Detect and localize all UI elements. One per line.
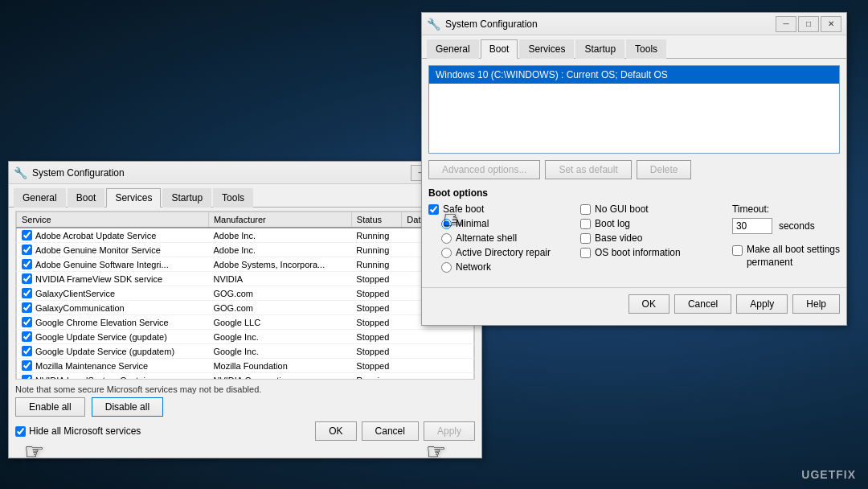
no-gui-boot-checkbox[interactable] <box>580 204 591 215</box>
table-row[interactable]: NVIDIA FrameView SDK service NVIDIA Stop… <box>17 272 474 286</box>
service-checkbox-6[interactable] <box>22 317 32 327</box>
base-video-label[interactable]: Base video <box>595 232 642 244</box>
service-checkbox-4[interactable] <box>22 288 32 298</box>
note-text: Note that some secure Microsoft services… <box>15 384 475 394</box>
services-bottom: Note that some secure Microsoft services… <box>9 380 481 444</box>
delete-button[interactable]: Delete <box>637 160 692 179</box>
services-window: 🔧 System Configuration ─ □ ✕ General Boo… <box>8 161 482 458</box>
boot-ok-button[interactable]: OK <box>628 294 669 314</box>
boot-options-right: No GUI boot Boot log Base video OS boot … <box>580 203 716 276</box>
timeout-unit: seconds <box>779 220 815 232</box>
boot-tab-general[interactable]: General <box>427 39 479 59</box>
boot-apply-button[interactable]: Apply <box>736 294 788 314</box>
service-checkbox-1[interactable] <box>22 244 32 255</box>
boot-maximize-button[interactable]: □ <box>798 16 819 32</box>
boot-tab-tools[interactable]: Tools <box>626 39 666 59</box>
boot-close-button[interactable]: ✕ <box>821 16 841 32</box>
radio-network-label[interactable]: Network <box>456 261 491 273</box>
tab-tools[interactable]: Tools <box>213 188 253 208</box>
tab-boot[interactable]: Boot <box>68 188 105 208</box>
col-status[interactable]: Status <box>351 212 402 228</box>
boot-log-checkbox[interactable] <box>580 219 591 229</box>
services-content: Service Manufacturer Status Date Disable… <box>9 208 481 380</box>
boot-window-icon: 🔧 <box>427 18 440 31</box>
boot-tab-startup[interactable]: Startup <box>575 39 624 59</box>
services-cancel-button[interactable]: Cancel <box>362 421 419 441</box>
radio-ad-label[interactable]: Active Directory repair <box>456 247 551 258</box>
table-row[interactable]: Google Update Service (gupdatem) Google … <box>17 344 474 359</box>
boot-dialog-buttons: OK Cancel Apply Help <box>422 287 846 320</box>
table-row[interactable]: Mozilla Maintenance Service Mozilla Foun… <box>17 359 474 373</box>
table-row[interactable]: Google Chrome Elevation Service Google L… <box>17 315 474 330</box>
radio-minimal-label[interactable]: Minimal <box>456 218 489 229</box>
safe-boot-label[interactable]: Safe boot <box>443 203 484 215</box>
radio-alternate-label[interactable]: Alternate shell <box>456 232 517 244</box>
enable-disable-row: Enable all Disable all <box>15 397 163 417</box>
os-buttons-row: Advanced options... Set as default Delet… <box>428 160 840 179</box>
service-checkbox-3[interactable] <box>22 273 32 284</box>
os-item[interactable]: Windows 10 (C:\WINDOWS) : Current OS; De… <box>429 66 839 84</box>
permanent-label[interactable]: Make all boot settingspermanent <box>747 244 840 269</box>
services-window-icon: 🔧 <box>14 166 27 179</box>
base-video-checkbox[interactable] <box>580 233 591 244</box>
services-title-bar: 🔧 System Configuration ─ □ ✕ <box>9 162 481 184</box>
os-list[interactable]: Windows 10 (C:\WINDOWS) : Current OS; De… <box>428 65 840 154</box>
table-row[interactable]: Google Update Service (gupdate) Google I… <box>17 330 474 344</box>
services-apply-button[interactable]: Apply <box>424 421 475 441</box>
boot-window: 🔧 System Configuration ─ □ ✕ General Boo… <box>421 12 847 326</box>
timeout-section: Timeout: seconds Make all boot settingsp… <box>732 203 840 276</box>
table-row[interactable]: Adobe Acrobat Update Service Adobe Inc. … <box>17 228 474 243</box>
boot-options-label: Boot options <box>428 187 840 199</box>
boot-minimize-button[interactable]: ─ <box>776 16 796 32</box>
boot-tabs-bar: General Boot Services Startup Tools <box>422 35 846 59</box>
radio-group: Minimal Alternate shell Active Directory… <box>441 218 564 273</box>
services-ok-button[interactable]: OK <box>315 421 356 441</box>
boot-help-button[interactable]: Help <box>792 294 840 314</box>
service-checkbox-8[interactable] <box>22 346 32 356</box>
enable-all-button[interactable]: Enable all <box>15 397 85 417</box>
hide-ms-services-label[interactable]: Hide all Microsoft services <box>15 425 141 437</box>
service-checkbox-2[interactable] <box>22 259 32 269</box>
timeout-label: Timeout: <box>732 203 840 215</box>
table-row[interactable]: GalaxyClientService GOG.com Stopped <box>17 286 474 301</box>
table-row[interactable]: Adobe Genuine Software Integri... Adobe … <box>17 257 474 272</box>
col-service[interactable]: Service <box>17 212 209 228</box>
boot-content: Windows 10 (C:\WINDOWS) : Current OS; De… <box>422 59 846 282</box>
boot-log-label[interactable]: Boot log <box>595 218 630 229</box>
set-default-button[interactable]: Set as default <box>545 160 631 179</box>
services-tabs-bar: General Boot Services Startup Tools <box>9 184 481 208</box>
boot-title-bar: 🔧 System Configuration ─ □ ✕ <box>422 13 846 35</box>
service-checkbox-9[interactable] <box>22 360 32 371</box>
boot-options-left: Safe boot Minimal Alternate shell Active… <box>428 203 564 276</box>
safe-boot-checkbox[interactable] <box>428 204 439 215</box>
radio-network[interactable] <box>441 262 452 273</box>
hide-ms-services-checkbox[interactable] <box>15 426 26 437</box>
boot-tab-services[interactable]: Services <box>519 39 574 59</box>
services-table-container[interactable]: Service Manufacturer Status Date Disable… <box>15 211 475 380</box>
watermark: UGETFIX <box>801 468 856 481</box>
services-table: Service Manufacturer Status Date Disable… <box>16 212 474 380</box>
radio-ad-repair[interactable] <box>441 248 452 258</box>
table-row[interactable]: GalaxyCommunication GOG.com Stopped <box>17 301 474 315</box>
boot-cancel-button[interactable]: Cancel <box>674 294 731 314</box>
advanced-options-button[interactable]: Advanced options... <box>428 160 540 179</box>
radio-alternate[interactable] <box>441 233 452 244</box>
permanent-checkbox[interactable] <box>732 245 743 256</box>
boot-tab-boot[interactable]: Boot <box>481 39 518 59</box>
service-checkbox-7[interactable] <box>22 331 32 342</box>
table-row[interactable]: Adobe Genuine Monitor Service Adobe Inc.… <box>17 243 474 257</box>
os-boot-info-checkbox[interactable] <box>580 248 591 258</box>
tab-services[interactable]: Services <box>106 188 161 208</box>
col-manufacturer[interactable]: Manufacturer <box>208 212 351 228</box>
boot-window-title: System Configuration <box>445 18 538 30</box>
os-boot-info-label[interactable]: OS boot information <box>595 247 681 258</box>
timeout-input[interactable] <box>732 218 772 234</box>
disable-all-button[interactable]: Disable all <box>92 397 163 417</box>
service-checkbox-5[interactable] <box>22 302 32 313</box>
service-checkbox-0[interactable] <box>22 230 32 240</box>
radio-minimal[interactable] <box>441 219 452 229</box>
table-row[interactable]: NVIDIA LocalSystem Container NVIDIA Corp… <box>17 373 474 380</box>
tab-general[interactable]: General <box>14 188 66 208</box>
tab-startup[interactable]: Startup <box>162 188 211 208</box>
no-gui-boot-label[interactable]: No GUI boot <box>595 203 649 215</box>
